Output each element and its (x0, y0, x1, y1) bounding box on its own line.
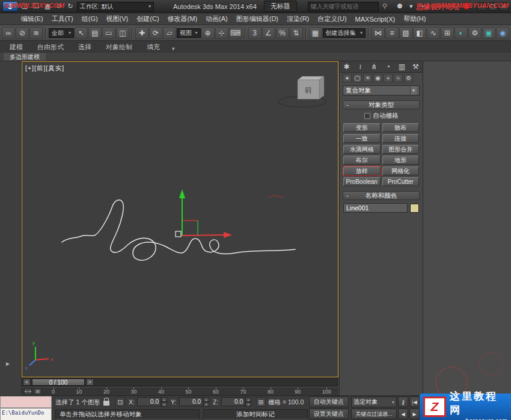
x-coordinate-field[interactable]: 0.0 (137, 397, 161, 406)
menu-animation[interactable]: 动画(A) (201, 13, 232, 25)
render-production-icon[interactable]: ◉ (496, 27, 509, 39)
gizmo-y-arrowhead[interactable] (179, 189, 185, 198)
motion-tab[interactable]: ◔ (381, 61, 395, 72)
unlink-selection-icon[interactable]: ⊘ (16, 27, 29, 39)
reference-coordinate-dropdown[interactable]: 视图 ▾ (177, 28, 201, 38)
select-and-manipulate-icon[interactable]: ⊹ (215, 27, 228, 39)
ot-button-procutter[interactable]: ProCutter (382, 177, 420, 186)
pan-timeline-icon[interactable]: ⟷ (24, 388, 32, 395)
timeline-tick[interactable]: 20 (103, 388, 109, 395)
bind-to-space-warp-icon[interactable]: ≋ (29, 27, 43, 39)
align-icon[interactable]: ≡ (385, 27, 399, 39)
timeline-tick[interactable]: 90 (295, 388, 301, 395)
select-and-rotate-icon[interactable]: ⟳ (149, 27, 162, 39)
y-coordinate-field[interactable]: 0.0 (179, 397, 203, 406)
redo-icon[interactable]: ↻ (65, 2, 76, 11)
select-and-scale-icon[interactable]: ▱ (163, 27, 176, 39)
select-object-icon[interactable]: ↖ (75, 27, 88, 39)
menu-modifiers[interactable]: 修改器(M) (164, 13, 202, 25)
gizmo-x-arrowhead[interactable] (224, 232, 232, 238)
ot-button-mesher[interactable]: 网格化 (382, 166, 420, 175)
previous-frame-transport-button[interactable]: ◀ (398, 409, 408, 419)
space-warps-category-icon[interactable]: ≈ (394, 74, 403, 82)
next-frame-button[interactable]: > (86, 379, 94, 386)
object-name-field[interactable]: Line001 (343, 203, 408, 213)
material-editor-icon[interactable]: ◐ (454, 27, 468, 39)
menu-group[interactable]: 组(G) (78, 13, 102, 25)
render-setup-icon[interactable]: ⚙ (468, 27, 482, 39)
workspace-dropdown[interactable]: 工作区: 默认 ▾ (77, 2, 154, 11)
ot-button-conform[interactable]: 一致 (343, 134, 381, 143)
transform-type-in-icon[interactable]: ⊡ (115, 397, 125, 407)
auto-key-button[interactable]: 自动关键点 (309, 397, 349, 407)
set-key-icon[interactable]: ⚷ (398, 397, 408, 407)
rectangular-selection-region-icon[interactable]: ▭ (102, 27, 115, 39)
set-keys-button[interactable]: 设置关键点 (309, 409, 349, 419)
keyboard-override-icon[interactable]: ⌨ (229, 27, 242, 39)
subcategory-dropdown[interactable]: 复合对象 ▾ (343, 85, 420, 96)
go-to-start-button[interactable]: |◀ (409, 397, 420, 407)
snaps-toggle-icon[interactable]: 3 (248, 27, 262, 39)
timeline-tick[interactable]: 60 (213, 388, 219, 395)
edit-named-selection-sets-icon[interactable]: ▦ (309, 27, 322, 39)
graphite-toggle-icon[interactable]: ◧ (413, 27, 426, 39)
timeline-tick[interactable]: 80 (268, 388, 274, 395)
menu-rendering[interactable]: 渲染(R) (283, 13, 313, 25)
create-tab[interactable]: ✱ (340, 61, 353, 72)
add-time-tag-button[interactable]: 添加时间标记 (203, 409, 308, 419)
name-color-rollout-header[interactable]: - 名称和颜色 (343, 191, 420, 200)
timeline-tick[interactable]: 10 (76, 388, 82, 395)
geometry-category-icon[interactable]: ● (343, 74, 352, 82)
sign-in-icon[interactable]: ⚉ (394, 2, 405, 11)
mirror-icon[interactable]: ⋈ (372, 27, 385, 39)
timeline-tick[interactable]: 100 (322, 388, 331, 395)
maxscript-mini-listener[interactable]: E:\BaiduYunDo (0, 408, 52, 420)
menu-create[interactable]: 创建(C) (132, 13, 163, 25)
love-spline[interactable] (62, 200, 295, 260)
timeline-tick[interactable]: 70 (240, 388, 246, 395)
time-slider-handle[interactable]: 0 / 100 (32, 379, 85, 386)
selection-lock-icon[interactable] (103, 401, 109, 406)
track-bar[interactable]: ⟷ ⊞ 0102030405060708090100 (22, 387, 338, 395)
ribbon-subtab-polygon-modeling[interactable]: 多边形建模 (4, 53, 46, 61)
lights-category-icon[interactable]: ☀ (363, 74, 372, 82)
ribbon-tab-modeling[interactable]: 建模 (2, 41, 30, 53)
menu-graph-editors[interactable]: 图形编辑器(D) (232, 13, 283, 25)
select-and-link-icon[interactable]: ∞ (2, 27, 15, 39)
menu-customize[interactable]: 自定义(U) (313, 13, 350, 25)
ot-button-proboolean[interactable]: ProBoolean (343, 177, 381, 186)
ot-button-scatter[interactable]: 散布 (382, 123, 420, 132)
menu-maxscript[interactable]: MAXScript(X) (351, 14, 400, 25)
timeline-tick[interactable]: 30 (130, 388, 136, 395)
timeline-options-icon[interactable]: ⊞ (34, 388, 41, 395)
window-crossing-toggle-icon[interactable]: ◫ (116, 27, 129, 39)
expand-strip-icon[interactable]: ▸ (6, 359, 10, 368)
ribbon-tab-freeform[interactable]: 自由形式 (30, 41, 71, 53)
key-filter-selection-dropdown[interactable]: 选定对象 ▾ (351, 397, 397, 407)
object-color-swatch[interactable] (410, 204, 419, 213)
curve-editor-icon[interactable]: ∿ (427, 27, 440, 39)
viewcube-side-face[interactable] (319, 76, 324, 99)
ot-button-morph[interactable]: 变形 (343, 123, 381, 132)
front-viewport[interactable]: [+][前][真实] 前 y x z (22, 61, 338, 377)
search-icon[interactable]: ⚲ (380, 2, 390, 11)
percent-snap-icon[interactable]: % (276, 27, 289, 39)
ribbon-tab-populate[interactable]: 填充 (139, 41, 167, 53)
menu-edit[interactable]: 编辑(E) (17, 13, 47, 25)
maxscript-mini-recorder[interactable] (0, 396, 52, 408)
menu-views[interactable]: 视图(V) (102, 13, 133, 25)
display-tab[interactable]: ▥ (395, 61, 409, 72)
ot-button-boolean[interactable]: 布尔 (343, 156, 381, 165)
helpers-category-icon[interactable]: ⌖ (384, 74, 393, 82)
menu-help[interactable]: 帮助(H) (399, 13, 430, 25)
modify-tab[interactable]: ≀ (353, 61, 367, 72)
y-spinner[interactable]: ▴▾ (203, 397, 209, 406)
x-spinner[interactable]: ▴▾ (161, 397, 167, 406)
layer-manager-icon[interactable]: ▧ (399, 27, 412, 39)
grid-icon[interactable]: ⊞ (256, 397, 266, 407)
ot-button-connect[interactable]: 连接 (382, 134, 420, 143)
angle-snap-icon[interactable]: ∠ (262, 27, 275, 39)
selection-filter-dropdown[interactable]: 全部 ▾ (49, 28, 74, 38)
shapes-category-icon[interactable]: ◯ (353, 74, 362, 82)
schematic-view-icon[interactable]: ⊞ (441, 27, 454, 39)
